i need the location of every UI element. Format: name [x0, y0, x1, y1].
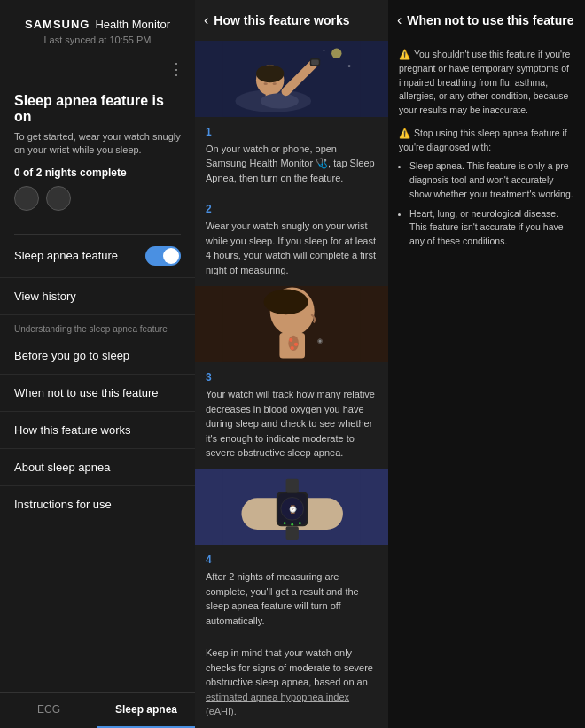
step-3-text: Your watch will track how many relative … [206, 387, 378, 461]
right-content: ⚠️You shouldn't use this feature if you'… [388, 41, 585, 265]
main-info: Sleep apnea feature is on To get started… [0, 82, 195, 234]
last-synced: Last synced at 10:55 PM [14, 35, 181, 45]
svg-rect-28 [286, 526, 299, 540]
illustration-3-wrist: ⌚ [195, 469, 388, 546]
middle-panel-header: ‹ How this feature works [195, 0, 388, 41]
samsung-logo: SAMSUNG Health Monitor [14, 18, 181, 31]
right-panel-title: When not to use this feature [407, 13, 573, 27]
svg-point-5 [261, 93, 299, 108]
more-options-icon[interactable]: ⋮ [0, 56, 195, 82]
svg-text:⌚: ⌚ [288, 505, 298, 515]
view-history-label: View history [14, 290, 76, 303]
svg-point-32 [291, 523, 293, 525]
header-section: SAMSUNG Health Monitor Last synced at 10… [0, 0, 195, 56]
when-not-to-use-label: When not to use this feature [14, 386, 159, 399]
instructions-label: Instructions for use [14, 498, 112, 511]
svg-point-20 [294, 343, 298, 346]
svg-point-21 [291, 346, 294, 350]
svg-point-8 [256, 65, 284, 82]
feature-title: Sleep apnea feature is on [14, 93, 181, 125]
svg-point-11 [332, 49, 341, 58]
menu-item-view-history[interactable]: View history [0, 278, 195, 315]
menu-item-about-sleep-apnea[interactable]: About sleep apnea [0, 449, 195, 486]
step-4-number: 4 [206, 554, 378, 566]
step-4-text: After 2 nights of measuring are complete… [206, 569, 378, 628]
back-arrow-icon[interactable]: ‹ [204, 12, 208, 28]
sleep-apnea-label: Sleep apnea feature [14, 249, 118, 262]
svg-text:◉: ◉ [317, 338, 323, 345]
svg-point-10 [273, 82, 277, 85]
svg-point-33 [299, 522, 301, 524]
bullet-item-1: Sleep apnea. This feature is only a pre-… [410, 159, 574, 201]
step-2: 2 Wear your watch snugly on your wrist w… [195, 194, 388, 286]
warning-icon-2: ⚠️ [399, 128, 410, 138]
warning-text-1: ⚠️You shouldn't use this feature if you'… [399, 48, 574, 118]
eahi-link[interactable]: estimated apnea hypopnea index (eAHI). [206, 692, 349, 717]
right-panel-header: ‹ When not to use this feature [388, 0, 585, 41]
night-1-circle [14, 186, 39, 211]
svg-point-9 [264, 82, 268, 85]
svg-point-13 [323, 50, 324, 51]
menu-item-before-sleep[interactable]: Before you go to sleep [0, 337, 195, 375]
svg-rect-7 [311, 59, 319, 65]
svg-point-18 [264, 290, 308, 315]
middle-panel-title: How this feature works [214, 13, 349, 27]
feature-description: To get started, wear your watch snugly o… [14, 130, 181, 158]
diagnosis-list: Sleep apnea. This feature is only a pre-… [399, 159, 574, 249]
step-2-number: 2 [206, 203, 378, 215]
about-sleep-apnea-label: About sleep apnea [14, 461, 110, 474]
left-panel: SAMSUNG Health Monitor Last synced at 10… [0, 0, 195, 728]
right-panel: ‹ When not to use this feature ⚠️You sho… [388, 0, 585, 728]
svg-point-31 [284, 522, 286, 524]
warning-block-1: ⚠️You shouldn't use this feature if you'… [399, 48, 574, 118]
middle-panel: ‹ How this feature works [195, 0, 388, 728]
step-4: 4 After 2 nights of measuring are comple… [195, 545, 388, 637]
step-3: 3 Your watch will track how many relativ… [195, 362, 388, 469]
before-sleep-label: Before you go to sleep [14, 349, 129, 362]
keep-in-mind: Keep in mind that your watch only checks… [195, 637, 388, 728]
menu-item-instructions[interactable]: Instructions for use [0, 486, 195, 523]
progress-circles [14, 186, 181, 211]
nights-progress: 0 of 2 nights complete [14, 167, 181, 179]
svg-point-12 [348, 65, 351, 67]
night-2-circle [46, 186, 71, 211]
tab-sleep-apnea[interactable]: Sleep apnea [98, 693, 195, 728]
bullet-item-2: Heart, lung, or neurological disease. Th… [410, 207, 574, 249]
menu-item-sleep-apnea-toggle[interactable]: Sleep apnea feature [0, 235, 195, 278]
back-arrow-right-icon[interactable]: ‹ [397, 12, 402, 28]
sleep-apnea-toggle[interactable] [145, 246, 181, 266]
how-feature-works-label: How this feature works [14, 423, 131, 437]
menu-item-when-not-to-use[interactable]: When not to use this feature [0, 375, 195, 412]
warning-icon-1: ⚠️ [399, 49, 410, 59]
tab-ecg[interactable]: ECG [0, 693, 98, 728]
svg-rect-27 [286, 478, 299, 492]
step-1: 1 On your watch or phone, open Samsung H… [195, 117, 388, 195]
step-2-text: Wear your watch snugly on your wrist whi… [206, 219, 378, 277]
warning-text-2: ⚠️Stop using this sleep apnea feature if… [399, 127, 574, 155]
brand-name: SAMSUNG [25, 18, 90, 31]
step-3-number: 3 [206, 371, 378, 383]
menu-item-how-feature-works[interactable]: How this feature works [0, 412, 195, 449]
illustration-2-neck: ◉ [195, 286, 388, 362]
product-name: Health Monitor [95, 18, 170, 31]
illustration-1-watch-person [195, 41, 388, 117]
bottom-tabs: ECG Sleep apnea [0, 692, 195, 728]
section-label: Understanding the sleep apnea feature [0, 315, 195, 337]
svg-point-19 [289, 338, 292, 342]
keep-in-mind-text: Keep in mind that your watch only checks… [206, 647, 373, 687]
step-1-number: 1 [206, 126, 378, 138]
warning-block-2: ⚠️Stop using this sleep apnea feature if… [399, 127, 574, 249]
step-1-text: On your watch or phone, open Samsung Hea… [206, 142, 378, 186]
